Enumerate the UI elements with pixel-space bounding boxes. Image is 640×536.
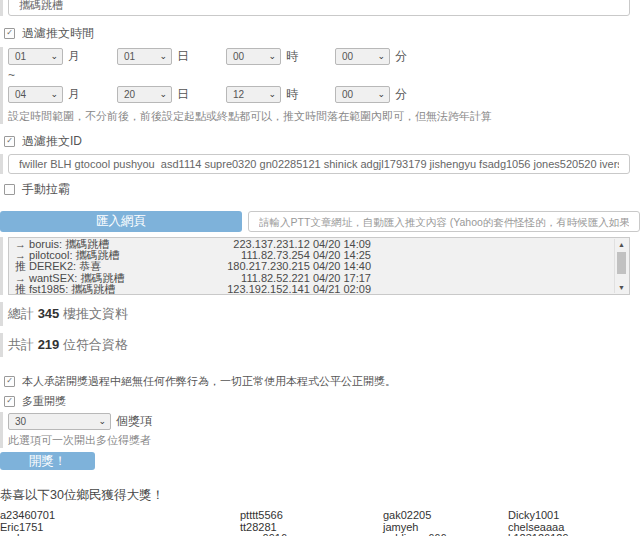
pledge-checkbox[interactable]: ✓ bbox=[4, 376, 15, 387]
select-value: 01 bbox=[15, 51, 26, 62]
winners-heading: 恭喜以下30位鄉民獲得大獎！ bbox=[0, 487, 640, 504]
import-row: 匯入網頁 bbox=[0, 211, 640, 232]
push-list-box[interactable]: → boruis: 攜碼跳槽223.137.231.12 04/20 14:09… bbox=[8, 237, 630, 295]
push-rows: → boruis: 攜碼跳槽223.137.231.12 04/20 14:09… bbox=[15, 239, 613, 295]
month-select-end[interactable]: 04⌄ bbox=[8, 86, 63, 103]
qualified-suffix: 位符合資格 bbox=[59, 337, 128, 352]
time-filter-note: 設定時間範圍，不分前後，前後設定起點或終點都可以，推文時間落在範圍內即可，但無法… bbox=[8, 109, 640, 124]
minute-select-start[interactable]: 00⌄ bbox=[335, 48, 390, 65]
day-select-start[interactable]: 01⌄ bbox=[117, 48, 172, 65]
chevron-down-icon: ⌄ bbox=[377, 90, 385, 99]
push-row: 推 DEREK2: 恭喜180.217.230.215 04/20 14:40 bbox=[15, 261, 613, 272]
prize-count-section: 30 ⌄ 個獎項 此選項可一次開出多位得獎者 bbox=[0, 412, 640, 448]
pledge-label: 本人承諾開獎過程中絕無任何作弊行為，一切正常使用本程式公平公正開獎。 bbox=[22, 374, 396, 389]
keyword-filter-input[interactable] bbox=[8, 0, 630, 16]
hour-select-end[interactable]: 12⌄ bbox=[226, 86, 281, 103]
scroll-down-icon[interactable]: ▼ bbox=[615, 282, 628, 293]
winner-id: Dicky1001 bbox=[508, 510, 640, 522]
keyword-filter-section bbox=[0, 0, 640, 16]
qualified-prefix: 共計 bbox=[8, 337, 38, 352]
day-select-end[interactable]: 20⌄ bbox=[117, 86, 172, 103]
winner-id: gak02205 bbox=[383, 510, 508, 522]
prize-count-unit: 個獎項 bbox=[116, 413, 152, 430]
multi-draw-row: ✓ 多重開獎 bbox=[4, 394, 640, 409]
scrollbar[interactable]: ▲ ▼ bbox=[614, 239, 628, 293]
chevron-down-icon: ⌄ bbox=[377, 52, 385, 61]
total-pushes-stat: 總計 345 樓推文資料 bbox=[0, 302, 640, 326]
push-ip-datetime: 123.192.152.141 04/21 02:09 bbox=[213, 284, 371, 295]
select-value: 20 bbox=[124, 89, 135, 100]
id-filter-label: 過濾推文ID bbox=[22, 133, 82, 150]
multi-draw-label: 多重開獎 bbox=[22, 394, 66, 409]
scroll-thumb[interactable] bbox=[617, 252, 626, 274]
total-number: 345 bbox=[38, 306, 60, 321]
winner-id: a23460701 bbox=[0, 510, 240, 522]
time-unit-label: 分 bbox=[395, 48, 407, 65]
id-filter-toggle-row: ✓ 過濾推文ID bbox=[4, 133, 640, 150]
prize-count-row: 30 ⌄ 個獎項 bbox=[8, 412, 640, 430]
push-ip-datetime: 180.217.230.215 04/20 14:40 bbox=[213, 261, 371, 272]
chevron-down-icon: ⌄ bbox=[159, 52, 167, 61]
id-filter-section bbox=[0, 154, 640, 174]
winners-grid: a23460701ptttt5566gak02205Dicky1001Eric1… bbox=[0, 510, 640, 536]
push-list-section: → boruis: 攜碼跳槽223.137.231.12 04/20 14:09… bbox=[0, 237, 640, 295]
id-filter-checkbox[interactable]: ✓ bbox=[4, 136, 15, 147]
chevron-down-icon: ⌄ bbox=[98, 417, 106, 426]
time-start-row: 01⌄月01⌄日00⌄時00⌄分 bbox=[8, 47, 640, 65]
id-filter-input[interactable] bbox=[8, 154, 630, 174]
pledge-row: ✓ 本人承諾開獎過程中絕無任何作弊行為，一切正常使用本程式公平公正開獎。 bbox=[4, 374, 640, 389]
push-author-content: → pilotcool: 攜碼跳槽 bbox=[15, 250, 213, 261]
time-unit-label: 時 bbox=[286, 86, 298, 103]
time-filter-body: 01⌄月01⌄日00⌄時00⌄分 ~ 04⌄月20⌄日12⌄時00⌄分 設定時間… bbox=[0, 47, 640, 124]
range-separator: ~ bbox=[8, 68, 640, 82]
time-end-row: 04⌄月20⌄日12⌄時00⌄分 bbox=[8, 85, 640, 103]
time-unit-label: 日 bbox=[177, 48, 189, 65]
select-value: 00 bbox=[342, 51, 353, 62]
qualified-number: 219 bbox=[38, 337, 60, 352]
select-value: 01 bbox=[124, 51, 135, 62]
push-author-content: → boruis: 攜碼跳槽 bbox=[15, 239, 213, 250]
select-value: 04 bbox=[15, 89, 26, 100]
prize-count-note: 此選項可一次開出多位得獎者 bbox=[8, 433, 640, 448]
push-author-content: → wantSEX: 攜碼跳槽 bbox=[15, 273, 213, 284]
time-filter-toggle-row: ✓ 過濾推文時間 bbox=[4, 25, 640, 42]
multi-draw-checkbox[interactable]: ✓ bbox=[4, 396, 15, 407]
total-suffix: 樓推文資料 bbox=[59, 306, 128, 321]
select-value: 00 bbox=[342, 89, 353, 100]
ptt-lottery-page: ✓ 過濾推文時間 01⌄月01⌄日00⌄時00⌄分 ~ 04⌄月20⌄日12⌄時… bbox=[0, 0, 640, 536]
manual-mode-label: 手動拉霸 bbox=[22, 181, 70, 198]
chevron-down-icon: ⌄ bbox=[268, 90, 276, 99]
time-filter-checkbox[interactable]: ✓ bbox=[4, 28, 15, 39]
import-webpage-button[interactable]: 匯入網頁 bbox=[0, 211, 242, 232]
time-unit-label: 分 bbox=[395, 86, 407, 103]
chevron-down-icon: ⌄ bbox=[50, 52, 58, 61]
chevron-down-icon: ⌄ bbox=[268, 52, 276, 61]
time-unit-label: 日 bbox=[177, 86, 189, 103]
manual-mode-row: 手動拉霸 bbox=[4, 181, 640, 198]
push-author-content: 推 fst1985: 攜碼跳槽 bbox=[15, 284, 213, 295]
draw-button[interactable]: 開獎！ bbox=[0, 452, 95, 470]
total-prefix: 總計 bbox=[8, 306, 38, 321]
qualified-stat: 共計 219 位符合資格 bbox=[0, 333, 640, 357]
time-unit-label: 月 bbox=[68, 86, 80, 103]
prize-count-select[interactable]: 30 ⌄ bbox=[8, 413, 111, 430]
chevron-down-icon: ⌄ bbox=[159, 90, 167, 99]
chevron-down-icon: ⌄ bbox=[50, 90, 58, 99]
time-unit-label: 月 bbox=[68, 48, 80, 65]
push-author-content: 推 DEREK2: 恭喜 bbox=[15, 261, 213, 272]
select-value: 12 bbox=[233, 89, 244, 100]
push-row: 推 fst1985: 攜碼跳槽123.192.152.141 04/21 02:… bbox=[15, 284, 613, 295]
winner-id: ptttt5566 bbox=[240, 510, 383, 522]
month-select-start[interactable]: 01⌄ bbox=[8, 48, 63, 65]
time-filter-label: 過濾推文時間 bbox=[22, 25, 94, 42]
prize-count-value: 30 bbox=[15, 416, 26, 427]
time-unit-label: 時 bbox=[286, 48, 298, 65]
hour-select-start[interactable]: 00⌄ bbox=[226, 48, 281, 65]
select-value: 00 bbox=[233, 51, 244, 62]
minute-select-end[interactable]: 00⌄ bbox=[335, 86, 390, 103]
article-url-input[interactable] bbox=[248, 211, 640, 232]
manual-mode-checkbox[interactable] bbox=[4, 184, 15, 195]
scroll-up-icon[interactable]: ▲ bbox=[615, 239, 628, 250]
